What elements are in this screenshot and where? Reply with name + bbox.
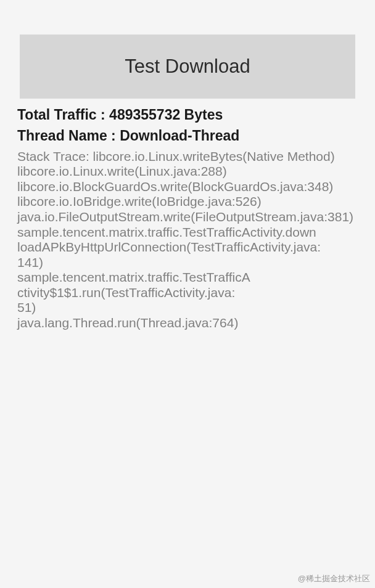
thread-label: Thread Name : bbox=[17, 128, 120, 144]
test-download-button[interactable]: Test Download bbox=[20, 35, 355, 99]
watermark: @稀土掘金技术社区 bbox=[298, 573, 370, 584]
button-container: Test Download bbox=[0, 0, 375, 99]
thread-value: Download-Thread bbox=[120, 128, 239, 144]
stack-trace-text: Stack Trace: libcore.io.Linux.writeBytes… bbox=[17, 149, 358, 331]
traffic-unit: Bytes bbox=[180, 107, 223, 123]
content-area: Total Traffic : 489355732 Bytes Thread N… bbox=[0, 99, 375, 331]
traffic-label: Total Traffic : bbox=[17, 107, 109, 123]
traffic-value: 489355732 bbox=[109, 107, 180, 123]
total-traffic-line: Total Traffic : 489355732 Bytes bbox=[17, 106, 358, 125]
thread-name-line: Thread Name : Download-Thread bbox=[17, 127, 358, 145]
